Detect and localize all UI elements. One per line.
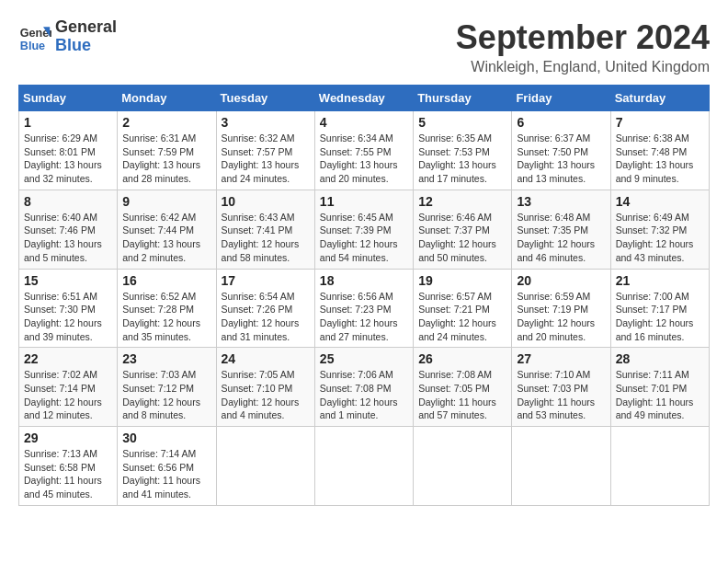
calendar-cell: 29Sunrise: 7:13 AM Sunset: 6:58 PM Dayli… — [19, 427, 118, 506]
day-info: Sunrise: 6:42 AM Sunset: 7:44 PM Dayligh… — [122, 211, 210, 265]
calendar-week-row: 15Sunrise: 6:51 AM Sunset: 7:30 PM Dayli… — [19, 269, 710, 348]
day-info: Sunrise: 6:40 AM Sunset: 7:46 PM Dayligh… — [24, 211, 112, 265]
day-info: Sunrise: 6:45 AM Sunset: 7:39 PM Dayligh… — [320, 211, 408, 265]
day-number: 14 — [616, 194, 704, 209]
calendar-cell: 2Sunrise: 6:31 AM Sunset: 7:59 PM Daylig… — [118, 111, 216, 190]
calendar-cell: 11Sunrise: 6:45 AM Sunset: 7:39 PM Dayli… — [314, 190, 413, 269]
calendar-header-sunday: Sunday — [19, 86, 118, 111]
day-info: Sunrise: 7:11 AM Sunset: 7:01 PM Dayligh… — [616, 368, 704, 422]
day-info: Sunrise: 6:59 AM Sunset: 7:19 PM Dayligh… — [517, 290, 605, 344]
day-info: Sunrise: 7:13 AM Sunset: 6:58 PM Dayligh… — [24, 447, 112, 501]
calendar-cell: 28Sunrise: 7:11 AM Sunset: 7:01 PM Dayli… — [610, 348, 709, 427]
day-number: 24 — [222, 351, 310, 366]
calendar-cell — [314, 427, 413, 506]
day-info: Sunrise: 6:31 AM Sunset: 7:59 PM Dayligh… — [122, 132, 210, 186]
calendar-cell: 25Sunrise: 7:06 AM Sunset: 7:08 PM Dayli… — [314, 348, 413, 427]
calendar-cell: 5Sunrise: 6:35 AM Sunset: 7:53 PM Daylig… — [414, 111, 512, 190]
day-info: Sunrise: 6:38 AM Sunset: 7:48 PM Dayligh… — [616, 132, 704, 186]
day-number: 28 — [616, 351, 704, 366]
day-number: 12 — [418, 194, 506, 209]
calendar-cell: 15Sunrise: 6:51 AM Sunset: 7:30 PM Dayli… — [19, 269, 118, 348]
calendar-week-row: 29Sunrise: 7:13 AM Sunset: 6:58 PM Dayli… — [19, 427, 710, 506]
day-number: 1 — [24, 115, 112, 130]
logo-line1: General — [55, 18, 117, 37]
logo-icon: General Blue — [18, 20, 51, 53]
day-number: 3 — [222, 115, 310, 130]
day-info: Sunrise: 6:37 AM Sunset: 7:50 PM Dayligh… — [517, 132, 605, 186]
calendar-cell: 27Sunrise: 7:10 AM Sunset: 7:03 PM Dayli… — [512, 348, 610, 427]
day-info: Sunrise: 7:14 AM Sunset: 6:56 PM Dayligh… — [122, 447, 210, 501]
calendar-cell: 23Sunrise: 7:03 AM Sunset: 7:12 PM Dayli… — [118, 348, 216, 427]
calendar-cell: 24Sunrise: 7:05 AM Sunset: 7:10 PM Dayli… — [216, 348, 314, 427]
day-info: Sunrise: 6:57 AM Sunset: 7:21 PM Dayligh… — [418, 290, 506, 344]
title-section: September 2024 Winkleigh, England, Unite… — [456, 18, 710, 75]
day-info: Sunrise: 6:46 AM Sunset: 7:37 PM Dayligh… — [418, 211, 506, 265]
calendar-cell: 14Sunrise: 6:49 AM Sunset: 7:32 PM Dayli… — [610, 190, 709, 269]
subtitle: Winkleigh, England, United Kingdom — [456, 59, 710, 75]
day-number: 30 — [122, 431, 210, 445]
day-info: Sunrise: 6:43 AM Sunset: 7:41 PM Dayligh… — [222, 211, 310, 265]
calendar-header-monday: Monday — [118, 86, 216, 111]
day-info: Sunrise: 7:02 AM Sunset: 7:14 PM Dayligh… — [24, 368, 112, 422]
calendar-cell: 22Sunrise: 7:02 AM Sunset: 7:14 PM Dayli… — [19, 348, 118, 427]
calendar-cell: 17Sunrise: 6:54 AM Sunset: 7:26 PM Dayli… — [216, 269, 314, 348]
day-number: 20 — [517, 273, 605, 288]
day-number: 17 — [222, 273, 310, 288]
day-number: 10 — [222, 194, 310, 209]
day-number: 8 — [24, 194, 112, 209]
main-title: September 2024 — [456, 18, 710, 57]
calendar-cell: 26Sunrise: 7:08 AM Sunset: 7:05 PM Dayli… — [414, 348, 512, 427]
day-info: Sunrise: 6:29 AM Sunset: 8:01 PM Dayligh… — [24, 132, 112, 186]
day-number: 2 — [122, 115, 210, 130]
calendar-header-wednesday: Wednesday — [314, 86, 413, 111]
calendar-cell: 16Sunrise: 6:52 AM Sunset: 7:28 PM Dayli… — [118, 269, 216, 348]
day-info: Sunrise: 7:10 AM Sunset: 7:03 PM Dayligh… — [517, 368, 605, 422]
day-number: 6 — [517, 115, 605, 130]
calendar-header-friday: Friday — [512, 86, 610, 111]
day-number: 11 — [320, 194, 408, 209]
day-info: Sunrise: 7:06 AM Sunset: 7:08 PM Dayligh… — [320, 368, 408, 422]
logo-line2: Blue — [55, 37, 117, 55]
day-info: Sunrise: 7:00 AM Sunset: 7:17 PM Dayligh… — [616, 290, 704, 344]
day-number: 26 — [418, 351, 506, 366]
day-info: Sunrise: 7:03 AM Sunset: 7:12 PM Dayligh… — [122, 368, 210, 422]
day-number: 7 — [616, 115, 704, 130]
calendar-cell: 19Sunrise: 6:57 AM Sunset: 7:21 PM Dayli… — [414, 269, 512, 348]
calendar-table: SundayMondayTuesdayWednesdayThursdayFrid… — [18, 85, 710, 506]
day-number: 21 — [616, 273, 704, 288]
calendar-cell: 21Sunrise: 7:00 AM Sunset: 7:17 PM Dayli… — [610, 269, 709, 348]
day-number: 27 — [517, 351, 605, 366]
day-number: 16 — [122, 273, 210, 288]
day-number: 23 — [122, 351, 210, 366]
calendar-cell: 20Sunrise: 6:59 AM Sunset: 7:19 PM Dayli… — [512, 269, 610, 348]
day-info: Sunrise: 7:08 AM Sunset: 7:05 PM Dayligh… — [418, 368, 506, 422]
day-info: Sunrise: 6:52 AM Sunset: 7:28 PM Dayligh… — [122, 290, 210, 344]
calendar-cell — [216, 427, 314, 506]
calendar-header-thursday: Thursday — [414, 86, 512, 111]
day-number: 18 — [320, 273, 408, 288]
calendar-cell: 10Sunrise: 6:43 AM Sunset: 7:41 PM Dayli… — [216, 190, 314, 269]
day-info: Sunrise: 7:05 AM Sunset: 7:10 PM Dayligh… — [222, 368, 310, 422]
calendar-cell — [512, 427, 610, 506]
day-number: 25 — [320, 351, 408, 366]
logo: General Blue General Blue — [18, 18, 117, 55]
day-number: 22 — [24, 351, 112, 366]
logo-text: General Blue — [55, 18, 117, 55]
day-info: Sunrise: 6:51 AM Sunset: 7:30 PM Dayligh… — [24, 290, 112, 344]
page-header: General Blue General Blue September 2024… — [18, 18, 710, 75]
calendar-week-row: 8Sunrise: 6:40 AM Sunset: 7:46 PM Daylig… — [19, 190, 710, 269]
day-info: Sunrise: 6:56 AM Sunset: 7:23 PM Dayligh… — [320, 290, 408, 344]
calendar-cell: 1Sunrise: 6:29 AM Sunset: 8:01 PM Daylig… — [19, 111, 118, 190]
calendar-cell: 4Sunrise: 6:34 AM Sunset: 7:55 PM Daylig… — [314, 111, 413, 190]
day-info: Sunrise: 6:48 AM Sunset: 7:35 PM Dayligh… — [517, 211, 605, 265]
calendar-header-row: SundayMondayTuesdayWednesdayThursdayFrid… — [19, 86, 710, 111]
day-number: 4 — [320, 115, 408, 130]
calendar-week-row: 22Sunrise: 7:02 AM Sunset: 7:14 PM Dayli… — [19, 348, 710, 427]
day-number: 29 — [24, 431, 112, 445]
day-info: Sunrise: 6:54 AM Sunset: 7:26 PM Dayligh… — [222, 290, 310, 344]
calendar-cell: 9Sunrise: 6:42 AM Sunset: 7:44 PM Daylig… — [118, 190, 216, 269]
day-info: Sunrise: 6:32 AM Sunset: 7:57 PM Dayligh… — [222, 132, 310, 186]
day-info: Sunrise: 6:35 AM Sunset: 7:53 PM Dayligh… — [418, 132, 506, 186]
calendar-cell — [610, 427, 709, 506]
svg-text:Blue: Blue — [20, 39, 45, 52]
